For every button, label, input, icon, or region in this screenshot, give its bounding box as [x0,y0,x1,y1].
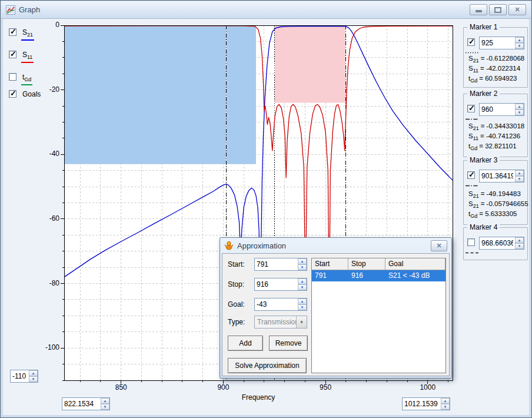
passband-goal-region [274,25,346,103]
marker-1-value-input[interactable] [480,37,515,49]
marker-3-tgd-readout: tGd= 5.6333305 [468,209,517,221]
chevron-down-icon[interactable]: ▼ [296,316,307,328]
spin-up-icon[interactable]: ▲ [515,37,524,43]
remove-button[interactable]: Remove [269,336,308,351]
approximation-dialog: Approximation ✕ Start: ▲▼ Stop: ▲▼ Goal:… [220,237,452,379]
s11-label: S11 [21,51,34,63]
close-button[interactable]: ✕ [508,4,526,15]
add-button[interactable]: Add [228,336,263,351]
minimize-button[interactable] [470,4,487,15]
marker-4-linestyle-icon [466,248,478,251]
marker-3-spinner: ▲▼ [479,170,524,183]
marker-2-linestyle-icon [466,114,478,117]
legend-item-tgd: tGd [9,73,32,85]
spin-up-icon[interactable]: ▲ [298,258,307,264]
y-min-input[interactable] [11,370,29,382]
marker-3-title: Marker 3 [467,156,500,164]
restore-icon [494,7,501,13]
stop-input[interactable] [255,278,298,290]
header-stop[interactable]: Stop [348,258,385,270]
tgd-label: tGd [21,73,32,85]
approximation-dialog-titlebar[interactable]: Approximation ✕ [220,238,451,253]
marker-1-group: Marker 1 ▲▼ S21= -0.61228068 S11= -42.02… [463,27,528,88]
s21-checkbox[interactable] [9,28,16,36]
spin-down-icon[interactable]: ▼ [29,376,38,382]
y-min-spinner: ▲▼ [10,370,38,383]
spin-up-icon[interactable]: ▲ [515,104,524,110]
window-title: Graph [19,5,40,14]
spin-down-icon[interactable]: ▼ [101,404,109,410]
spin-up-icon[interactable]: ▲ [515,170,524,176]
goal-spinner: ▲▼ [254,298,307,311]
x-max-input[interactable] [403,398,441,410]
x-max-spinner: ▲▼ [402,397,450,410]
spin-down-icon[interactable]: ▼ [298,284,307,290]
goal-input[interactable] [255,298,298,310]
goals-label: Goals [21,90,42,102]
marker-1-linestyle-icon [466,48,478,51]
title-bar: Graph ✕ [1,1,531,19]
marker-2-title: Marker 2 [467,89,500,98]
stop-label: Stop: [228,280,252,288]
marker-1-spinner: ▲▼ [479,37,524,49]
marker-2-checkbox[interactable] [467,105,475,112]
spin-up-icon[interactable]: ▲ [101,398,109,404]
s21-label: S21 [21,28,34,41]
type-label: Type: [228,318,252,326]
goals-table: Start Stop Goal 791 916 S21 < -43 dB [311,258,446,373]
marker-3-checkbox[interactable] [467,171,475,179]
marker-2-tgd-readout: tGd= 32.821101 [468,141,517,154]
marker-4-value-input[interactable] [480,237,515,249]
spin-up-icon[interactable]: ▲ [298,298,307,304]
goals-checkbox[interactable] [9,90,16,98]
goal-label: Goal: [228,300,252,308]
x-axis-title: Frequency [64,393,453,402]
start-label: Start: [228,260,252,268]
s11-checkbox[interactable] [9,51,16,58]
header-start[interactable]: Start [312,258,348,270]
spin-up-icon[interactable]: ▲ [298,278,307,284]
marker-1-checkbox[interactable] [467,38,475,46]
minimize-icon [476,10,482,12]
start-input[interactable] [255,258,298,270]
x-min-spinner: ▲▼ [62,397,110,410]
spin-down-icon[interactable]: ▼ [515,176,524,182]
app-chart-icon [6,5,15,15]
spin-up-icon[interactable]: ▲ [29,370,38,376]
dialog-close-button[interactable]: ✕ [431,240,447,251]
solve-approximation-button[interactable]: Solve Approximation [228,358,307,373]
legend-item-s21: S21 [9,28,34,41]
spin-down-icon[interactable]: ▼ [515,110,524,115]
approximation-icon [224,241,234,250]
cell-stop: 916 [348,270,385,281]
dialog-body: Start: ▲▼ Stop: ▲▼ Goal: ▲▼ Type: Transm… [222,253,450,376]
marker-1-title: Marker 1 [467,23,500,31]
marker-2-value-input[interactable] [480,104,515,115]
marker-1-tgd-readout: tGd= 60.594923 [468,74,517,86]
header-goal[interactable]: Goal [385,258,445,270]
marker-3-linestyle-icon [466,181,478,184]
x-min-input[interactable] [62,398,101,410]
tgd-checkbox[interactable] [9,73,16,81]
stop-spinner: ▲▼ [254,278,307,291]
marker-3-group: Marker 3 ▲▼ S21= -49.194483 S21= -0.0579… [463,160,528,225]
marker-4-group: Marker 4 ▲▼ [463,227,528,260]
cell-start: 791 [312,270,348,281]
maximize-button[interactable] [489,4,507,15]
start-spinner: ▲▼ [254,258,307,271]
dialog-title: Approximation [237,241,286,250]
type-dropdown[interactable]: Transmission ▼ [254,316,307,329]
spin-up-icon[interactable]: ▲ [441,398,450,404]
marker-2-group: Marker 2 ▲▼ S21= -0.34433018 S11= -40.74… [463,94,528,157]
spin-up-icon[interactable]: ▲ [515,237,524,243]
spin-down-icon[interactable]: ▼ [515,243,524,249]
spin-down-icon[interactable]: ▼ [441,404,450,410]
stopband-goal-region [64,25,256,164]
marker-4-checkbox[interactable] [467,238,475,246]
spin-down-icon[interactable]: ▼ [515,43,524,49]
spin-down-icon[interactable]: ▼ [298,264,307,270]
cell-goal: S21 < -43 dB [385,270,445,281]
table-row[interactable]: 791 916 S21 < -43 dB [312,270,445,281]
spin-down-icon[interactable]: ▼ [298,304,307,310]
marker-3-value-input[interactable] [480,170,515,182]
